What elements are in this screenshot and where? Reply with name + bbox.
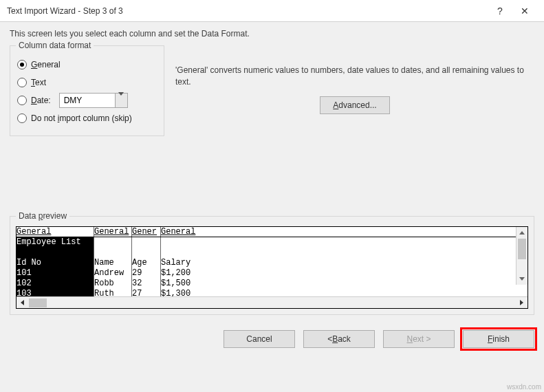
preview-col-3[interactable]: Salary $1,200 $1,500 $1,300 bbox=[161, 237, 525, 296]
preview-col-2[interactable]: Age 29 32 27 bbox=[132, 237, 161, 296]
dialog-button-row: Cancel < Back Next > Finish bbox=[0, 320, 544, 356]
preview-col-0[interactable]: Employee List Id No 101 102 103 bbox=[17, 237, 94, 296]
preview-grid: General General Gener General Employee L… bbox=[16, 226, 528, 309]
cancel-button[interactable]: Cancel bbox=[224, 330, 295, 348]
scroll-thumb-v[interactable] bbox=[518, 239, 526, 259]
col-header-2[interactable]: Gener bbox=[132, 227, 161, 237]
close-button[interactable]: ✕ bbox=[512, 1, 537, 21]
window-title: Text Import Wizard - Step 3 of 3 bbox=[7, 6, 488, 16]
radio-skip-label: Do not import column (skip) bbox=[31, 113, 132, 123]
preview-headers: General General Gener General bbox=[17, 227, 527, 237]
help-button[interactable]: ? bbox=[488, 1, 512, 21]
watermark: wsxdn.com bbox=[507, 383, 541, 391]
scroll-up-icon[interactable] bbox=[516, 227, 527, 239]
col-header-1[interactable]: General bbox=[94, 227, 132, 237]
date-format-value: DMY bbox=[60, 96, 115, 105]
scroll-down-icon[interactable] bbox=[516, 273, 527, 285]
dialog-content: This screen lets you select each column … bbox=[0, 22, 544, 320]
preview-rows: Employee List Id No 101 102 103 Name And… bbox=[17, 237, 527, 296]
format-description: 'General' converts numeric values to num… bbox=[175, 65, 534, 88]
chevron-down-icon[interactable] bbox=[115, 94, 127, 107]
intro-text: This screen lets you select each column … bbox=[10, 29, 534, 39]
radio-text[interactable] bbox=[17, 78, 27, 87]
vertical-scrollbar[interactable] bbox=[516, 227, 527, 285]
format-legend: Column data format bbox=[16, 41, 94, 50]
date-format-select[interactable]: DMY bbox=[59, 93, 128, 108]
radio-skip[interactable] bbox=[17, 113, 27, 123]
radio-text-label: Text bbox=[31, 78, 46, 87]
radio-general-label: General bbox=[31, 60, 61, 69]
finish-button[interactable]: Finish bbox=[463, 330, 534, 348]
advanced-button[interactable]: Advanced... bbox=[320, 96, 389, 114]
next-button: Next > bbox=[383, 330, 455, 348]
scroll-thumb-h[interactable] bbox=[29, 298, 47, 307]
preview-legend: Data preview bbox=[16, 211, 69, 221]
data-preview-group: Data preview General General Gener Gener… bbox=[10, 216, 534, 315]
col-header-0[interactable]: General bbox=[17, 227, 94, 237]
scroll-left-icon[interactable] bbox=[17, 297, 28, 309]
back-button[interactable]: < Back bbox=[303, 330, 375, 348]
format-description-area: 'General' converts numeric values to num… bbox=[175, 45, 534, 142]
titlebar: Text Import Wizard - Step 3 of 3 ? ✕ bbox=[0, 0, 544, 22]
col-header-3[interactable]: General bbox=[161, 227, 525, 237]
column-data-format-group: Column data format General Text Date: DM… bbox=[10, 45, 164, 136]
preview-col-1[interactable]: Name Andrew Robb Ruth bbox=[94, 237, 132, 296]
scroll-right-icon[interactable] bbox=[516, 297, 527, 309]
radio-general[interactable] bbox=[17, 60, 27, 69]
horizontal-scrollbar[interactable] bbox=[17, 296, 527, 308]
radio-date-label: Date: bbox=[31, 96, 51, 105]
radio-date[interactable] bbox=[17, 96, 27, 105]
